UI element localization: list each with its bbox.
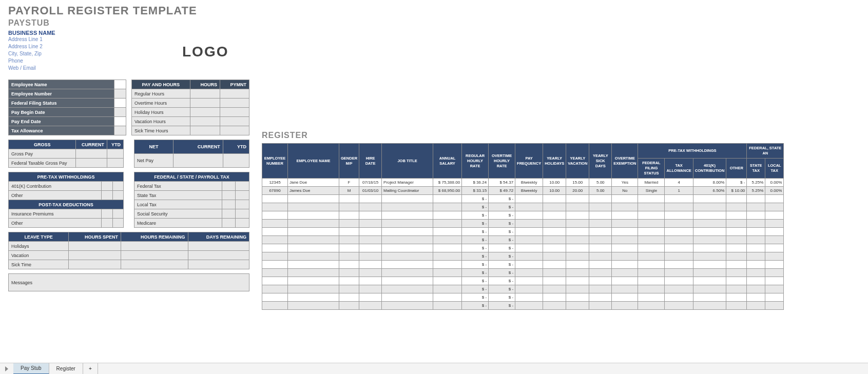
vacation-hours-p[interactable] (220, 117, 249, 126)
sick-spent[interactable] (69, 260, 121, 269)
col-salary: ANNUAL SALARY (433, 144, 462, 179)
leave-type-header: LEAVE TYPE (9, 232, 69, 242)
col-tax-allow: TAX ALLOWANCE (665, 159, 693, 179)
tab-paystub[interactable]: Pay Stub (13, 363, 49, 375)
table-row[interactable]: $ -$ - (262, 203, 784, 211)
state-tax-label: State Tax (134, 191, 222, 200)
vacation-remain-d[interactable] (188, 251, 249, 260)
sick-remain-h[interactable] (121, 260, 188, 269)
medicare-ytd[interactable] (236, 219, 249, 228)
overtime-hours-h[interactable] (190, 99, 220, 108)
local-tax-cur[interactable] (222, 200, 236, 209)
filing-status-value[interactable] (114, 99, 126, 108)
table-row[interactable]: 67890James DoeM01/03/10 Mailing Coordina… (262, 187, 784, 195)
tab-register[interactable]: Register (49, 363, 83, 375)
col-local-tax: LOCAL TAX (765, 159, 784, 179)
col-sick-days: YEARLY SICK DAYS (589, 144, 612, 179)
table-row[interactable]: $ -$ - (262, 195, 784, 203)
pretax-other-ytd[interactable] (112, 191, 123, 200)
medicare-label: Medicare (134, 219, 222, 228)
sick-remain-d[interactable] (188, 260, 249, 269)
table-row[interactable]: $ -$ - (262, 302, 784, 310)
sicktime-hours-label: Sick Time Hours (132, 126, 190, 135)
holidays-spent[interactable] (69, 242, 121, 251)
ss-ytd[interactable] (236, 209, 249, 219)
overtime-hours-p[interactable] (220, 99, 249, 108)
tab-add[interactable]: + (83, 363, 98, 375)
net-table: NETCURRENTYTD Net Pay (134, 140, 249, 168)
pretax-other-cur[interactable] (102, 191, 112, 200)
insurance-cur[interactable] (102, 209, 112, 219)
local-tax-ytd[interactable] (236, 200, 249, 209)
gross-pay-label: Gross Pay (9, 149, 76, 159)
posttax-other-ytd[interactable] (112, 219, 123, 228)
state-tax-ytd[interactable] (236, 191, 249, 200)
401k-ytd[interactable] (112, 182, 123, 191)
401k-label: 401(K) Contribution (9, 182, 102, 191)
sicktime-hours-p[interactable] (220, 126, 249, 135)
vacation-spent[interactable] (69, 251, 121, 260)
table-row[interactable]: 12345Jane DoeF07/18/15 Project Manager$ … (262, 179, 784, 187)
table-row[interactable]: $ -$ - (262, 244, 784, 252)
401k-cur[interactable] (102, 182, 112, 191)
state-tax-cur[interactable] (222, 191, 236, 200)
hours-spent-header: HOURS SPENT (69, 232, 121, 242)
fed-taxable-cur[interactable] (76, 159, 107, 168)
table-row[interactable]: $ -$ - (262, 236, 784, 244)
fed-taxable-ytd[interactable] (107, 159, 124, 168)
ss-cur[interactable] (222, 209, 236, 219)
holiday-hours-h[interactable] (190, 108, 220, 117)
pay-hours-header: PAY AND HOURS (132, 80, 190, 89)
paystub-panel: Employee Name Employee Number Federal Fi… (8, 80, 249, 291)
fed-tax-cur[interactable] (222, 182, 236, 191)
pay-begin-value[interactable] (114, 108, 126, 117)
tax-allowance-value[interactable] (114, 126, 126, 135)
sheet-tab-bar: Pay Stub Register + (0, 363, 868, 374)
medicare-cur[interactable] (222, 219, 236, 228)
vacation-remain-h[interactable] (121, 251, 188, 260)
table-row[interactable]: $ -$ - (262, 277, 784, 285)
sicktime-hours-h[interactable] (190, 126, 220, 135)
pay-end-value[interactable] (114, 117, 126, 126)
holiday-hours-label: Holiday Hours (132, 108, 190, 117)
sheet-nav-icon[interactable] (0, 363, 13, 375)
fed-tax-label: Federal Tax (134, 182, 222, 191)
holidays-remain-d[interactable] (188, 242, 249, 251)
pay-end-label: Pay End Date (9, 117, 114, 126)
fed-state-tax-table: FEDERAL / STATE / PAYROLL TAX Federal Ta… (134, 172, 249, 228)
col-401k: 401(K) CONTRIBUTION (693, 159, 726, 179)
table-row[interactable]: $ -$ - (262, 261, 784, 269)
overtime-hours-label: Overtime Hours (132, 99, 190, 108)
holidays-remain-h[interactable] (121, 242, 188, 251)
posttax-other-cur[interactable] (102, 219, 112, 228)
net-pay-ytd[interactable] (223, 154, 249, 168)
table-row[interactable]: $ -$ - (262, 252, 784, 261)
gross-table: GROSSCURRENTYTD Gross Pay Federal Taxabl… (8, 140, 124, 168)
holiday-hours-p[interactable] (220, 108, 249, 117)
address-web: Web / Email (0, 65, 868, 72)
col-gender: GENDER M/F (339, 144, 359, 179)
emp-number-value[interactable] (114, 89, 126, 99)
gross-pay-cur[interactable] (76, 149, 107, 159)
col-ot-rate: OVERTIME HOURLY RATE (489, 144, 515, 179)
vacation-hours-h[interactable] (190, 117, 220, 126)
vacation-hours-label: Vacation Hours (132, 117, 190, 126)
table-row[interactable]: $ -$ - (262, 269, 784, 277)
table-row[interactable]: $ -$ - (262, 293, 784, 302)
net-ytd-header: YTD (223, 140, 249, 154)
table-row[interactable]: $ -$ - (262, 220, 784, 228)
gross-header: GROSS (9, 140, 76, 149)
fed-tax-ytd[interactable] (236, 182, 249, 191)
net-pay-cur[interactable] (173, 154, 223, 168)
messages-label[interactable]: Messages (9, 274, 249, 291)
leave-table: LEAVE TYPE HOURS SPENT HOURS REMAINING D… (8, 232, 249, 269)
gross-pay-ytd[interactable] (107, 149, 124, 159)
sick-leave-label: Sick Time (9, 260, 69, 269)
table-row[interactable]: $ -$ - (262, 285, 784, 293)
regular-hours-h[interactable] (190, 89, 220, 99)
emp-name-value[interactable] (114, 80, 126, 89)
insurance-ytd[interactable] (112, 209, 123, 219)
table-row[interactable]: $ -$ - (262, 228, 784, 236)
regular-hours-p[interactable] (220, 89, 249, 99)
table-row[interactable]: $ -$ - (262, 211, 784, 220)
